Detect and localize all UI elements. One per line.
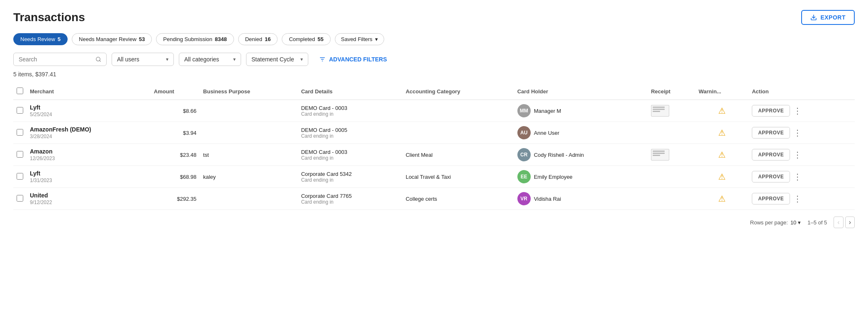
business-purpose-cell	[200, 100, 298, 122]
row-checkbox-cell[interactable]	[13, 100, 27, 122]
col-business-purpose: Business Purpose	[200, 83, 298, 100]
search-icon	[95, 56, 101, 63]
items-summary: 5 items, $397.41	[13, 71, 855, 78]
avatar: MM	[517, 104, 531, 117]
approve-button[interactable]: APPROVE	[752, 105, 790, 117]
more-options-button[interactable]: ⋮	[792, 192, 803, 205]
page-nav: ‹ ›	[834, 217, 855, 228]
cardholder-cell: MM Manager M	[514, 100, 648, 122]
more-options-button[interactable]: ⋮	[792, 170, 803, 183]
row-checkbox-cell[interactable]	[13, 122, 27, 144]
amount-cell: $292.35	[151, 188, 200, 210]
export-button[interactable]: EXPORT	[801, 10, 855, 25]
col-accounting-category: Accounting Category	[402, 83, 514, 100]
rows-per-page-select[interactable]: 10 ▾	[790, 219, 801, 226]
search-box	[13, 53, 107, 66]
merchant-date: 12/26/2023	[30, 156, 147, 161]
business-purpose-cell: kaley	[200, 166, 298, 188]
row-checkbox[interactable]	[17, 129, 23, 136]
merchant-cell: Lyft 5/25/2024	[27, 100, 151, 122]
merchant-cell: AmazonFresh (DEMO) 3/28/2024	[27, 122, 151, 144]
advanced-filters-button[interactable]: ADVANCED FILTERS	[313, 53, 393, 66]
card-detail-main: DEMO Card - 0005	[301, 127, 399, 133]
receipt-cell	[648, 100, 695, 122]
approve-button[interactable]: APPROVE	[752, 193, 790, 204]
cardholder-cell: CR Cody Rishell - Admin	[514, 144, 648, 166]
select-all-checkbox[interactable]	[17, 88, 23, 94]
tab-pending-submission[interactable]: Pending Submission 8348	[156, 33, 234, 45]
card-detail-main: DEMO Card - 0003	[301, 149, 399, 155]
card-detail-sub: Card ending in	[301, 177, 399, 183]
tab-needs-manager-review[interactable]: Needs Manager Review 53	[72, 33, 152, 45]
statement-cycle-dropdown[interactable]: Statement Cycle ▾	[246, 53, 308, 66]
search-input[interactable]	[19, 56, 92, 63]
merchant-name: AmazonFresh (DEMO)	[30, 126, 147, 133]
card-detail-sub: Card ending in	[301, 111, 399, 117]
merchant-date: 5/25/2024	[30, 112, 147, 117]
page-info: 1–5 of 5	[807, 219, 827, 226]
card-detail-sub: Card ending in	[301, 155, 399, 161]
receipt-cell	[648, 188, 695, 210]
prev-page-button[interactable]: ‹	[834, 217, 843, 228]
receipt-image	[651, 149, 669, 161]
tab-completed[interactable]: Completed 55	[282, 33, 330, 45]
warning-icon: ⚠	[699, 194, 745, 204]
filter-tabs: Needs Review 5 Needs Manager Review 53 P…	[13, 33, 855, 45]
cardholder-name: Vidisha Rai	[534, 196, 561, 202]
row-checkbox[interactable]	[17, 195, 23, 202]
row-checkbox-cell[interactable]	[13, 166, 27, 188]
cardholder-cell: VR Vidisha Rai	[514, 188, 648, 210]
page-title: Transactions	[13, 11, 85, 24]
tab-denied[interactable]: Denied 16	[238, 33, 278, 45]
chevron-down-icon: ▾	[233, 56, 236, 62]
accounting-category-cell: Client Meal	[402, 144, 514, 166]
col-merchant: Merchant	[27, 83, 151, 100]
row-checkbox-cell[interactable]	[13, 144, 27, 166]
accounting-category-cell: College certs	[402, 188, 514, 210]
col-action: Action	[749, 83, 855, 100]
warning-icon: ⚠	[699, 128, 745, 138]
row-checkbox[interactable]	[17, 173, 23, 180]
pagination-row: Rows per page: 10 ▾ 1–5 of 5 ‹ ›	[13, 217, 855, 228]
next-page-button[interactable]: ›	[845, 217, 855, 228]
warning-cell: ⚠	[695, 122, 749, 144]
approve-button[interactable]: APPROVE	[752, 171, 790, 183]
warning-cell: ⚠	[695, 100, 749, 122]
table-row: United 9/12/2022 $292.35 Corporate Card …	[13, 188, 855, 210]
all-users-dropdown[interactable]: All users ▾	[112, 53, 174, 66]
row-checkbox[interactable]	[17, 107, 23, 114]
tab-needs-review[interactable]: Needs Review 5	[13, 33, 68, 45]
table-row: Lyft 5/25/2024 $8.66 DEMO Card - 0003 Ca…	[13, 100, 855, 122]
col-amount: Amount	[151, 83, 200, 100]
approve-button[interactable]: APPROVE	[752, 127, 790, 139]
table-row: Lyft 1/31/2023 $68.98 kaley Corporate Ca…	[13, 166, 855, 188]
more-options-button[interactable]: ⋮	[792, 126, 803, 139]
warning-cell: ⚠	[695, 144, 749, 166]
table-row: AmazonFresh (DEMO) 3/28/2024 $3.94 DEMO …	[13, 122, 855, 144]
approve-button[interactable]: APPROVE	[752, 149, 790, 161]
card-details-cell: DEMO Card - 0005 Card ending in	[298, 122, 402, 144]
all-categories-dropdown[interactable]: All categories ▾	[179, 53, 241, 66]
avatar: VR	[517, 192, 531, 205]
rows-per-page: Rows per page: 10 ▾	[750, 219, 801, 226]
business-purpose-cell	[200, 122, 298, 144]
receipt-cell	[648, 122, 695, 144]
row-checkbox-cell[interactable]	[13, 188, 27, 210]
select-all-checkbox-header[interactable]	[13, 83, 27, 100]
action-cell: APPROVE ⋮	[749, 166, 855, 188]
merchant-cell: Lyft 1/31/2023	[27, 166, 151, 188]
action-cell: APPROVE ⋮	[749, 188, 855, 210]
amount-cell: $23.48	[151, 144, 200, 166]
chevron-down-icon: ▾	[300, 56, 303, 62]
card-details-cell: Corporate Card 5342 Card ending in	[298, 166, 402, 188]
cardholder-cell: EE Emily Employee	[514, 166, 648, 188]
tab-saved-filters[interactable]: Saved Filters ▾	[335, 33, 384, 45]
receipt-image	[651, 105, 669, 117]
row-checkbox[interactable]	[17, 151, 23, 158]
receipt-cell	[648, 166, 695, 188]
more-options-button[interactable]: ⋮	[792, 104, 803, 117]
search-filter-row: All users ▾ All categories ▾ Statement C…	[13, 53, 855, 66]
avatar: AU	[517, 126, 531, 139]
more-options-button[interactable]: ⋮	[792, 148, 803, 161]
warning-icon: ⚠	[699, 172, 745, 182]
